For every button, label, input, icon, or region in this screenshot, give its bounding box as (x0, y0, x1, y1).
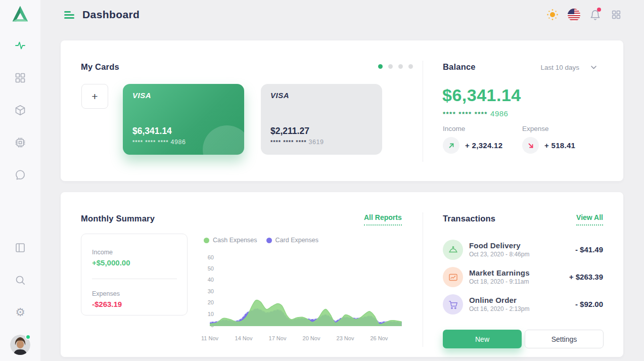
view-all-link[interactable]: View All (576, 213, 603, 225)
notification-badge-dot (597, 8, 601, 12)
svg-text:23 Nov: 23 Nov (337, 335, 354, 341)
sidebar: ⚙ (0, 0, 40, 361)
sidebar-item-search[interactable] (14, 274, 26, 286)
credit-card-secondary[interactable]: VISA $2,211.27 **** **** **** 3619 (261, 84, 382, 155)
transaction-title: Food Delivery (469, 241, 521, 250)
visa-logo: VISA (132, 91, 151, 100)
carousel-dot[interactable] (408, 64, 413, 69)
header-actions (546, 8, 623, 21)
legend-dot-green (204, 238, 209, 243)
cards-carousel-dots (378, 64, 413, 69)
carousel-dot[interactable] (378, 64, 383, 69)
summary-transactions-panel: Monthly Summary All Reports Income +$5,0… (61, 192, 623, 357)
all-reports-link[interactable]: All Reports (364, 213, 402, 225)
legend-card-expenses: Card Expenses (266, 237, 318, 244)
transactions-heading: Transactions (443, 214, 495, 223)
svg-text:60: 60 (208, 254, 214, 260)
card-balance: $6,341.14 (132, 126, 172, 137)
balance-amount: $6,341.14 (442, 85, 521, 105)
add-card-button[interactable]: + (81, 84, 108, 109)
transaction-date: Oct 18, 2020 - 9:11am (469, 278, 529, 285)
summary-income-label: Income (92, 249, 177, 256)
transaction-date: Oct 16, 2020 - 2:13pm (469, 305, 529, 312)
balance-period-dropdown[interactable]: Last 10 days (540, 64, 596, 71)
page-title: Dashboard (82, 9, 140, 21)
card-number: **** **** **** 4986 (132, 139, 186, 146)
legend-cash-expenses: Cash Expenses (204, 237, 257, 244)
search-icon (14, 274, 26, 286)
income-value: + 2,324.12 (465, 141, 502, 150)
sidebar-item-messages[interactable] (14, 169, 26, 181)
transaction-title: Market Earnings (469, 268, 530, 277)
settings-button[interactable]: Settings (525, 330, 604, 348)
carousel-dot[interactable] (398, 64, 403, 69)
income-label: Income (443, 125, 519, 132)
chat-bubble-icon (14, 169, 26, 181)
notifications-button[interactable] (588, 8, 602, 21)
language-selector-button[interactable] (567, 8, 580, 21)
hamburger-menu-icon[interactable] (64, 11, 74, 19)
transaction-row[interactable]: Online Order Oct 16, 2020 - 2:13pm - $92… (443, 294, 603, 315)
balance-heading: Balance (443, 62, 476, 72)
my-cards-heading: My Cards (81, 62, 119, 72)
transaction-row[interactable]: Market Earnings Oct 18, 2020 - 9:11am + … (443, 267, 603, 288)
app-logo-icon[interactable] (11, 5, 30, 24)
gear-icon: ⚙ (14, 306, 26, 319)
chart-legend: Cash Expenses Card Expenses (204, 237, 318, 244)
summary-income-value: +$5,000.00 (92, 258, 177, 267)
carousel-dot[interactable] (388, 64, 393, 69)
expense-arrow-badge (522, 137, 539, 154)
sidebar-item-apps[interactable] (14, 72, 26, 84)
expense-value: + 518.41 (544, 141, 575, 150)
new-button[interactable]: New (443, 330, 522, 348)
svg-text:11 Nov: 11 Nov (201, 335, 219, 341)
credit-card-primary[interactable]: VISA $6,341.14 **** **** **** 4986 (123, 84, 244, 155)
sun-icon (546, 9, 559, 21)
us-flag-icon (568, 9, 580, 21)
income-summary: Income + 2,324.12 (443, 125, 519, 154)
expense-summary: Expense + 518.41 (522, 125, 598, 154)
main-content: Dashboard My Cards (40, 0, 644, 361)
card-number: **** **** **** 3619 (270, 139, 324, 146)
arrow-up-right-icon (448, 142, 455, 149)
chevron-down-icon (591, 66, 596, 69)
sidebar-item-products[interactable] (14, 104, 26, 116)
transaction-row[interactable]: Food Delivery Oct 23, 2020 - 8:46pm - $4… (443, 240, 603, 261)
expenses-area-chart: 010203040506011 Nov14 Nov17 Nov20 Nov23 … (199, 249, 407, 346)
svg-text:30: 30 (208, 288, 214, 294)
cart-icon (443, 294, 463, 314)
svg-text:26 Nov: 26 Nov (370, 335, 388, 341)
user-avatar[interactable] (10, 335, 30, 355)
svg-text:14 Nov: 14 Nov (235, 335, 253, 341)
expense-label: Expense (522, 125, 598, 132)
svg-text:40: 40 (208, 277, 214, 283)
apps-grid-icon (611, 9, 622, 20)
cpu-icon (14, 137, 26, 149)
sidebar-item-activity[interactable] (14, 39, 26, 52)
transaction-title: Online Order (469, 296, 517, 304)
line-chart-icon (443, 267, 463, 287)
divider (92, 279, 177, 279)
svg-text:20: 20 (208, 299, 214, 305)
card-balance: $2,211.27 (270, 126, 309, 137)
sidebar-item-layout[interactable] (14, 242, 26, 254)
svg-text:17 Nov: 17 Nov (269, 335, 287, 341)
cube-icon (14, 104, 26, 116)
food-cloche-icon (443, 240, 463, 260)
summary-expenses-label: Expenses (92, 290, 177, 297)
apps-menu-button[interactable] (610, 8, 623, 21)
svg-text:10: 10 (208, 311, 214, 317)
sidebar-item-system[interactable] (14, 137, 26, 149)
activity-icon (14, 39, 26, 52)
svg-text:20 Nov: 20 Nov (303, 335, 320, 341)
theme-toggle-button[interactable] (546, 8, 559, 21)
visa-logo: VISA (270, 91, 289, 100)
sidebar-item-settings[interactable]: ⚙ (14, 306, 26, 319)
layout-panel-icon (14, 242, 26, 254)
summary-expenses-value: -$263.19 (92, 300, 177, 308)
legend-dot-purple (266, 238, 272, 243)
cards-balance-panel: My Cards + VISA $6,341.14 **** **** ****… (61, 40, 623, 181)
transaction-amount: - $92.00 (575, 300, 603, 308)
monthly-summary-heading: Monthly Summary (81, 214, 155, 223)
section-divider (423, 212, 423, 347)
